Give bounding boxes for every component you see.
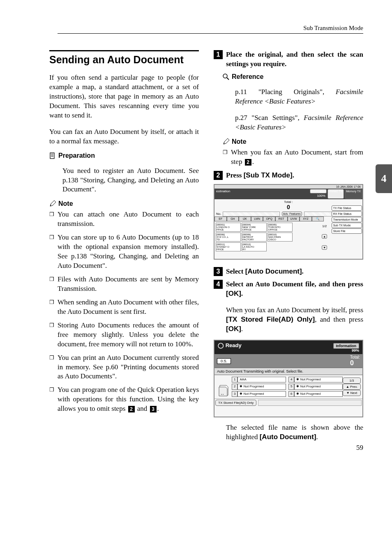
scr2-file-6[interactable]: 6✱ Not Progrmed bbox=[288, 391, 343, 397]
scr-pager: 1/2 bbox=[322, 224, 327, 228]
scr-dest-6[interactable]: [00010]SAN FRANCISCO bbox=[267, 233, 293, 242]
scr2-information-button[interactable]: Information bbox=[333, 343, 360, 349]
step-4: 4 Select an Auto Document file, and then… bbox=[214, 280, 363, 299]
note2-label: Note bbox=[232, 138, 247, 145]
scr-destination-label: estination bbox=[214, 189, 309, 199]
document-icon bbox=[216, 377, 232, 397]
result-text: The selected file name is shown above th… bbox=[226, 423, 363, 442]
scr-immed-tx-button[interactable]: Immed. TX bbox=[327, 189, 344, 199]
scr-memory-pct: 100% bbox=[309, 194, 327, 198]
step-number-2: 2 bbox=[214, 171, 223, 180]
note-item-5: ❒Storing Auto Documents reduces the amou… bbox=[49, 321, 199, 349]
step-number-4: 4 bbox=[214, 280, 223, 289]
step-3: 3 Select [Auto Document]. bbox=[214, 267, 363, 276]
note-item-7: ❒You can program one of the Quick Operat… bbox=[49, 385, 199, 414]
scr2-page-indicator: 1/3 bbox=[343, 378, 361, 384]
scr2-file-1[interactable]: 1AAA bbox=[232, 377, 286, 382]
scr-dest-2[interactable]: [00004]NEW YORKOFFICE bbox=[242, 223, 267, 232]
chapter-tab: 4 bbox=[376, 164, 392, 193]
screenshot-main-screen: 16 JAN 2006 17:06 estination Information… bbox=[214, 184, 363, 260]
scr2-tx-stored-file-button[interactable]: TX Stored File(AD) Only bbox=[215, 400, 256, 406]
scr-no-label: No. bbox=[216, 212, 221, 216]
scr2-total: Total:0 bbox=[350, 355, 360, 367]
step-number-1: 1 bbox=[214, 50, 223, 59]
screenshot-auto-document: ◯ Ready Information 99% 0.S. Total:0 Aut… bbox=[214, 340, 363, 417]
scr2-file-2[interactable]: 2✱ Not Progrmed bbox=[232, 384, 286, 389]
intro-para-2: You can fax an Auto Document by itself, … bbox=[49, 127, 199, 146]
scr-rx-file-status-button[interactable]: RX File Status bbox=[332, 211, 362, 216]
scr-information-button[interactable]: Information bbox=[310, 189, 327, 193]
scr-tab-search[interactable]: 🔍 bbox=[312, 216, 324, 221]
scr-dest-7[interactable]: [00011]SYDNEY OFFICE bbox=[216, 242, 241, 251]
scr-dest-4[interactable]: [00006]XYZ CO.,LTD bbox=[216, 233, 241, 242]
scr-sub-tx-mode-button[interactable]: Sub TX Mode bbox=[332, 223, 362, 228]
scr-memory-tx-button[interactable]: Memory TX bbox=[345, 189, 362, 199]
svg-point-4 bbox=[223, 74, 227, 78]
scr-tab-ef[interactable]: EF bbox=[214, 216, 227, 221]
running-header: Sub Transmission Mode bbox=[58, 25, 363, 34]
step4-subtext: When you fax an Auto Document by itself,… bbox=[226, 306, 363, 334]
scr2-subtitle: Auto Document Transmitting with original… bbox=[214, 368, 362, 375]
scr-transmission-mode-button[interactable]: Transmission Mode bbox=[332, 217, 362, 222]
reference-text-1: p.11 "Placing Originals", Facsimile Refe… bbox=[235, 88, 363, 106]
scr2-file-3[interactable]: 3✱ Not Progrmed bbox=[232, 391, 286, 397]
scr-tab-ijk[interactable]: IJK bbox=[239, 216, 251, 221]
scr2-ready-label: ◯ Ready bbox=[218, 342, 242, 352]
scr-tab-rst[interactable]: RST bbox=[275, 216, 288, 221]
note-item-4: ❒When sending an Auto Document with othe… bbox=[49, 298, 199, 317]
note-item-2: ❒You can store up to 6 Auto Documents (u… bbox=[49, 233, 199, 271]
scr2-memory-pct: 99% bbox=[333, 348, 360, 352]
scr2-footer-shade bbox=[258, 400, 362, 406]
scr-tx-file-status-button[interactable]: TX File Status bbox=[332, 205, 362, 211]
scr-dest-5[interactable]: [00009]DETROITFACTORY bbox=[242, 233, 267, 242]
note-label: Note bbox=[58, 200, 73, 207]
scr-dest-3[interactable]: [00005]TORONTOOFFICE bbox=[267, 223, 293, 232]
step-1: 1 Place the original, and then select th… bbox=[214, 50, 363, 69]
preparation-icon bbox=[49, 152, 56, 159]
note2-heading: Note bbox=[223, 138, 363, 145]
scr-tab-xyz[interactable]: XYZ bbox=[300, 216, 312, 221]
preparation-heading: Preparation bbox=[49, 152, 199, 159]
pencil-icon bbox=[223, 138, 229, 145]
note-item-1: ❒You can attach one Auto Document to eac… bbox=[49, 210, 199, 229]
scr2-file-5[interactable]: 5✱ Not Progrmed bbox=[288, 384, 343, 389]
svg-line-5 bbox=[227, 78, 229, 80]
intro-para-1: If you often send a particular page to p… bbox=[49, 73, 199, 120]
scr-tab-gh[interactable]: GH bbox=[227, 216, 239, 221]
svg-point-7 bbox=[223, 394, 224, 395]
scr-dest-8[interactable]: [00012]LA FACTORY bbox=[242, 242, 267, 251]
scr2-file-4[interactable]: 4✱ Not Progrmed bbox=[288, 377, 343, 382]
preparation-label: Preparation bbox=[58, 152, 95, 159]
scr2-next-button[interactable]: ▼ Next bbox=[343, 390, 361, 396]
step-number-3: 3 bbox=[214, 267, 223, 276]
page-number: 59 bbox=[356, 444, 363, 452]
scr-tab-opq[interactable]: OPQ bbox=[263, 216, 275, 221]
reference-label: Reference bbox=[232, 73, 263, 81]
note-item-6: ❒You can print an Auto Document currentl… bbox=[49, 353, 199, 382]
reference-text-2: p.27 "Scan Settings", Facsimile Referenc… bbox=[235, 113, 363, 132]
scr-up-button[interactable]: ▲ bbox=[322, 234, 327, 239]
step-2: 2 Press [Sub TX Mode]. bbox=[214, 171, 363, 180]
scr-tab-lmn[interactable]: LMN bbox=[251, 216, 263, 221]
section-title: Sending an Auto Document bbox=[49, 50, 199, 66]
scr-dest-1[interactable]: [00001]LONDON OFFICE bbox=[216, 223, 241, 232]
scr-tab-uvw[interactable]: UVW bbox=[288, 216, 300, 221]
note-heading: Note bbox=[49, 200, 199, 207]
reference-heading: Reference bbox=[223, 73, 363, 81]
note2-item: ❒When you fax an Auto Document, start fr… bbox=[223, 148, 363, 167]
scr-date: 16 JAN 2006 17:06 bbox=[214, 185, 362, 189]
svg-point-6 bbox=[221, 394, 222, 395]
scr-down-button[interactable]: ▼ bbox=[322, 245, 327, 250]
svg-rect-0 bbox=[50, 153, 54, 159]
pencil-icon bbox=[49, 200, 56, 207]
scr-store-file-button[interactable]: Store File bbox=[332, 228, 362, 234]
scr2-prev-button[interactable]: ▲ Prev. bbox=[343, 384, 361, 390]
scr2-os-button[interactable]: 0.S. bbox=[217, 358, 231, 364]
note-item-3: ❒Files with Auto Documents are sent by M… bbox=[49, 275, 199, 294]
preparation-text: You need to register an Auto Document. S… bbox=[62, 166, 199, 195]
magnifier-icon bbox=[223, 74, 229, 80]
scr-adv-features-button[interactable]: Adv. Features bbox=[282, 212, 302, 216]
